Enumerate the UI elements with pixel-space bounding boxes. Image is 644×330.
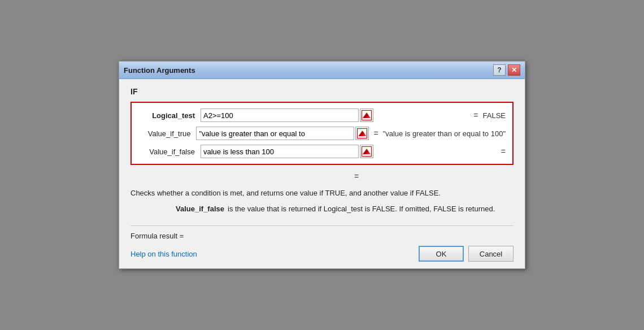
value-if-false-input[interactable] [201,145,359,158]
value-if-false-label: Value_if_false [138,147,201,156]
logical-test-collapse-button[interactable] [360,108,373,122]
dialog-buttons: OK Cancel [419,246,514,262]
formula-result-label: Formula result = [130,232,184,240]
logical-test-input-wrapper [201,108,469,122]
collapse-icon-2 [357,128,367,138]
function-name: IF [130,87,514,96]
arguments-section: Logical_test = FALSE Value_if_true [130,102,514,165]
collapse-icon [362,110,372,120]
value-if-true-collapse-button[interactable] [355,127,369,140]
ok-button[interactable]: OK [419,246,464,262]
value-if-true-row: Value_if_true = "value is greater than o… [138,127,506,140]
value-if-false-collapse-button[interactable] [360,145,373,158]
logical-test-input[interactable] [201,108,359,122]
title-bar: Function Arguments ? ✕ [119,62,525,79]
description-main: Checks whether a condition is met, and r… [130,188,514,199]
formula-result-section: Formula result = [130,232,514,240]
logical-test-label: Logical_test [138,111,201,120]
value-if-false-row: Value_if_false = [138,145,506,158]
value-if-true-label: Value_if_true [138,129,196,138]
value-if-true-result: "value is greater than or equal to 100" [383,129,506,138]
dialog-title: Function Arguments [124,66,195,75]
divider [130,225,514,226]
description-param: Value_if_false is the value that is retu… [130,203,514,215]
title-bar-buttons: ? ✕ [493,64,520,76]
help-button[interactable]: ? [493,64,506,76]
logical-test-equals: = [473,111,478,120]
logical-test-result: FALSE [483,111,506,120]
value-if-false-equals: = [501,147,506,156]
bottom-section: Help on this function OK Cancel [130,244,514,262]
logical-test-row: Logical_test = FALSE [138,108,506,122]
value-if-true-equals: = [373,129,378,138]
dialog-body: IF Logical_test = FALSE Value_if_true [119,79,525,268]
cancel-button[interactable]: Cancel [468,246,514,262]
value-if-true-input[interactable] [196,127,354,140]
param-desc: is the value that is returned if Logical… [228,203,495,215]
close-button[interactable]: ✕ [508,64,520,76]
description-section: Checks whether a condition is met, and r… [130,185,514,220]
help-link[interactable]: Help on this function [130,250,197,258]
collapse-icon-3 [362,146,372,157]
value-if-false-input-wrapper [201,145,497,158]
function-arguments-dialog: Function Arguments ? ✕ IF Logical_test =… [119,61,525,269]
formula-equals: = [130,172,514,181]
value-if-true-input-wrapper [196,127,369,140]
param-name: Value_if_false [176,203,224,215]
